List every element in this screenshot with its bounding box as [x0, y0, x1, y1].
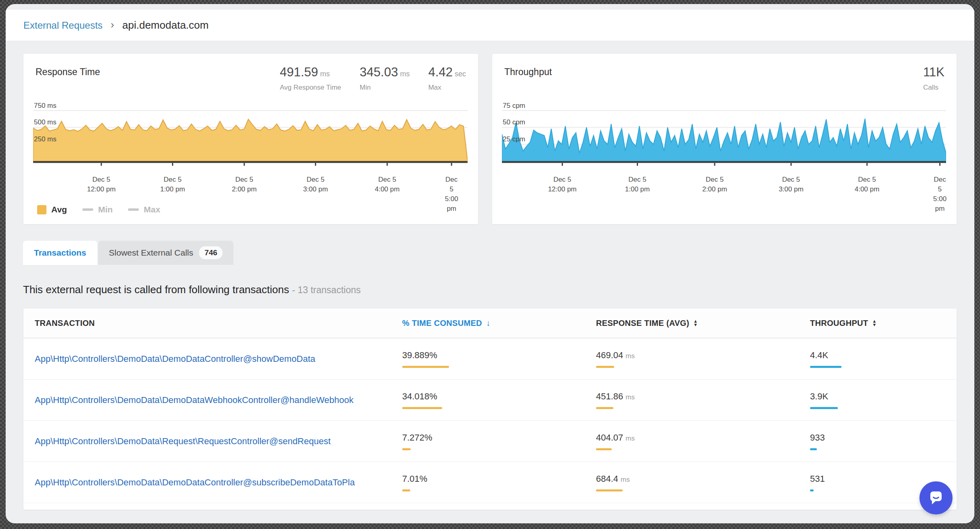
summary-stat-unit: ms: [320, 70, 330, 78]
y-tick-label: 750 ms: [34, 102, 57, 109]
legend-dash-icon: [128, 208, 139, 211]
y-tick-label: 50 cpm: [503, 118, 525, 126]
chart-rt-svg: 750 ms500 ms250 ms: [33, 97, 468, 170]
chart-tp-svg: 75 cpm50 cpm25 cpm: [502, 97, 946, 170]
legend-item-min[interactable]: Min: [82, 205, 113, 214]
legend-label: Avg: [51, 205, 67, 214]
percent-bar: [402, 448, 411, 450]
x-tick-label: Dec 512:00 pm: [87, 175, 115, 194]
breadcrumb-parent-link[interactable]: External Requests: [23, 20, 103, 31]
x-tick-time: 2:00 pm: [232, 185, 256, 194]
breadcrumb-current: api.demodata.com: [122, 19, 209, 31]
x-tick-label: Dec 55:00 pm: [933, 175, 946, 214]
transaction-link[interactable]: App\Http\Controllers\DemoData\DemoDataCo…: [35, 477, 402, 488]
legend-item-avg[interactable]: Avg: [37, 205, 67, 214]
sort-desc-icon: ↓: [486, 318, 491, 328]
x-axis-tick: [637, 163, 638, 166]
breadcrumb: External Requests › api.demodata.com: [6, 10, 974, 41]
throughput-card-header: Throughput 11KCalls: [504, 65, 944, 92]
x-tick-date: Dec 5: [854, 175, 879, 185]
y-tick-label: 75 cpm: [503, 102, 525, 109]
response-time-bar: [596, 448, 612, 450]
x-axis-line: [502, 161, 946, 163]
legend-item-max[interactable]: Max: [128, 205, 160, 214]
tab-label: Transactions: [34, 248, 86, 258]
summary-stat-value-row: 4.42sec: [428, 65, 466, 80]
x-axis-tick: [867, 163, 868, 166]
summary-stat-unit: ms: [400, 70, 410, 78]
summary-stat-label: Min: [360, 84, 410, 92]
percent-bar: [402, 489, 410, 491]
x-tick-date: Dec 5: [303, 175, 328, 185]
section-subheading: - 13 transactions: [292, 285, 361, 295]
x-axis-tick: [243, 163, 245, 166]
response-time-bar: [596, 407, 613, 409]
column-header-label: TRANSACTION: [35, 319, 95, 328]
x-tick-label: Dec 55:00 pm: [443, 175, 460, 214]
column-header-throughput[interactable]: THROUGHPUT▲▼: [810, 319, 957, 328]
table-row: App\Http\Controllers\DemoData\DemoDataWe…: [23, 380, 957, 421]
x-tick-time: 2:00 pm: [702, 185, 727, 194]
x-tick-time: 3:00 pm: [779, 185, 803, 194]
transaction-link[interactable]: App\Http\Controllers\DemoData\DemoDataCo…: [35, 354, 402, 364]
response-time-value: 451.86: [596, 391, 623, 401]
summary-stat-unit: sec: [455, 70, 466, 78]
response-time-unit: ms: [625, 393, 635, 401]
response-time-cell: 451.86ms: [596, 391, 810, 409]
x-axis-tick: [562, 163, 563, 166]
x-tick-label: Dec 54:00 pm: [854, 175, 879, 194]
transaction-link[interactable]: App\Http\Controllers\DemoData\DemoDataWe…: [35, 395, 402, 405]
column-header--time-consumed[interactable]: % TIME CONSUMED↓: [402, 318, 596, 328]
transaction-cell: App\Http\Controllers\DemoData\Request\Re…: [35, 436, 402, 447]
response-time-cell: 469.04ms: [596, 350, 810, 368]
throughput-bar: [810, 448, 817, 450]
response-time-cell: 404.07ms: [596, 432, 810, 450]
x-tick-date: Dec 5: [87, 175, 115, 185]
x-tick-label: Dec 51:00 pm: [625, 175, 650, 194]
response-time-chart[interactable]: 750 ms500 ms250 ms: [33, 97, 468, 170]
column-header-response-time-avg-[interactable]: RESPONSE TIME (AVG)▲▼: [596, 319, 810, 328]
x-tick-time: 1:00 pm: [160, 185, 185, 194]
area-series-throughput: [502, 119, 946, 161]
table-body: App\Http\Controllers\DemoData\DemoDataCo…: [23, 338, 957, 503]
x-tick-date: Dec 5: [443, 175, 460, 194]
x-tick-time: 5:00 pm: [443, 194, 460, 214]
legend-dash-icon: [82, 208, 93, 211]
x-tick-time: 12:00 pm: [87, 185, 115, 194]
legend-square-swatch-icon: [37, 205, 46, 214]
throughput-value: 531: [810, 474, 825, 484]
table-row: App\Http\Controllers\DemoData\DemoDataCo…: [23, 338, 957, 380]
main-content: Response Time 491.59msAvg Response Time3…: [6, 53, 974, 510]
response-time-bar: [596, 489, 623, 491]
tab-transactions[interactable]: Transactions: [23, 241, 97, 265]
breadcrumb-chevron-icon: ›: [111, 19, 114, 31]
percent-value: 39.889%: [402, 350, 437, 360]
percent-bar: [402, 407, 442, 409]
sort-toggle-icon: ▲▼: [872, 319, 877, 327]
percent-bar: [402, 366, 449, 368]
throughput-x-axis: Dec 512:00 pmDec 51:00 pmDec 52:00 pmDec…: [502, 172, 946, 198]
transaction-cell: App\Http\Controllers\DemoData\DemoDataCo…: [35, 354, 402, 364]
x-tick-date: Dec 5: [702, 175, 727, 185]
transaction-link[interactable]: App\Http\Controllers\DemoData\Request\Re…: [35, 436, 402, 447]
x-tick-label: Dec 52:00 pm: [702, 175, 727, 194]
x-tick-time: 12:00 pm: [548, 185, 577, 194]
response-time-value: 404.07: [596, 432, 623, 443]
x-tick-label: Dec 53:00 pm: [779, 175, 803, 194]
transaction-cell: App\Http\Controllers\DemoData\DemoDataCo…: [35, 477, 402, 488]
tab-slowest-external-calls[interactable]: Slowest External Calls746: [98, 241, 234, 265]
response-time-legend: AvgMinMax: [36, 205, 466, 214]
x-tick-date: Dec 5: [160, 175, 185, 185]
throughput-chart[interactable]: 75 cpm50 cpm25 cpm: [502, 97, 946, 170]
y-tick-label: 25 cpm: [503, 135, 525, 143]
x-tick-date: Dec 5: [232, 175, 256, 185]
table-header-row: TRANSACTION% TIME CONSUMED↓RESPONSE TIME…: [23, 309, 957, 338]
area-series-avg: [33, 119, 468, 161]
summary-stat: 345.03msMin: [360, 65, 410, 92]
x-tick-label: Dec 53:00 pm: [303, 175, 328, 194]
throughput-cell: 933: [810, 432, 957, 450]
x-axis-tick: [791, 163, 792, 166]
x-tick-label: Dec 512:00 pm: [548, 175, 577, 194]
chat-launcher-button[interactable]: [919, 481, 953, 514]
response-time-stats: 491.59msAvg Response Time345.03msMin4.42…: [280, 65, 466, 92]
